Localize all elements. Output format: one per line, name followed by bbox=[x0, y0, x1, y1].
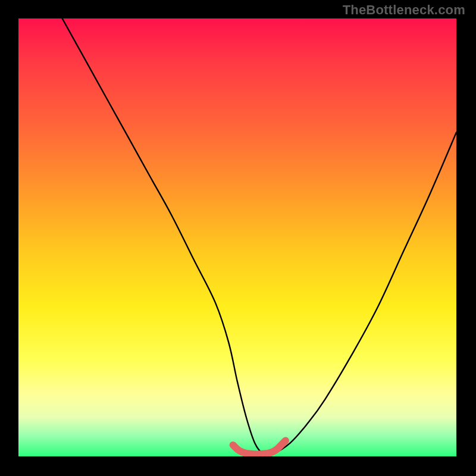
curve-layer bbox=[18, 18, 456, 456]
v-curve-path bbox=[62, 18, 456, 456]
plot-area bbox=[18, 18, 456, 456]
chart-frame: TheBottleneck.com bbox=[0, 0, 476, 476]
bottom-marker-path bbox=[233, 441, 286, 455]
watermark-text: TheBottleneck.com bbox=[343, 2, 465, 18]
